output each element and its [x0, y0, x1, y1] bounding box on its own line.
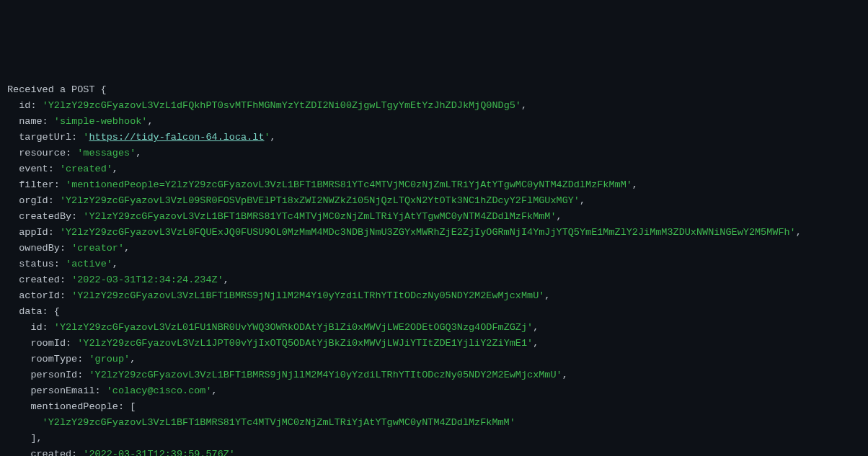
- field-key-mentionedpeople: mentionedPeople: [: [30, 401, 136, 412]
- field-val-roomid: 'Y2lzY29zcGFyazovL3VzL1JPT00vYjIxOTQ5ODA…: [77, 338, 533, 349]
- field-val-name: 'simple-webhook': [54, 116, 148, 127]
- field-val-mentionedpeople-item: 'Y2lzY29zcGFyazovL3VzL1BFT1BMRS81YTc4MTV…: [43, 417, 515, 428]
- field-key-event: event:: [19, 164, 54, 174]
- field-val-data-created: '2022-03-31T12:39:59.576Z': [83, 449, 235, 456]
- field-key-resource: resource:: [19, 148, 71, 158]
- field-key-orgid: orgId:: [19, 195, 54, 206]
- field-val-personemail: 'colacy@cisco.com': [107, 385, 212, 396]
- field-key-id: id:: [19, 100, 36, 111]
- field-key-roomtype: roomType:: [30, 354, 83, 365]
- field-key-createdby: createdBy:: [19, 211, 77, 222]
- log-header: Received a POST {: [7, 84, 107, 95]
- terminal-output: Received a POST { id: 'Y2lzY29zcGFyazovL…: [7, 66, 861, 456]
- target-url-link[interactable]: https://tidy-falcon-64.loca.lt: [89, 132, 264, 143]
- field-close-mentionedpeople: ],: [30, 433, 42, 444]
- field-val-personid: 'Y2lzY29zcGFyazovL3VzL1BFT1BMRS9jNjllM2M…: [89, 370, 562, 380]
- field-key-personid: personId:: [30, 370, 83, 380]
- field-val-appid: 'Y2lzY29zcGFyazovL3VzL0FQUExJQ0FUSU9OL0M…: [60, 227, 796, 238]
- field-val-filter: 'mentionedPeople=Y2lzY29zcGFyazovL3VzL1B…: [66, 179, 632, 190]
- field-key-roomid: roomId:: [30, 338, 71, 349]
- field-val-created: '2022-03-31T12:34:24.234Z': [71, 274, 223, 285]
- field-key-data-created: created:: [30, 449, 77, 456]
- field-val-createdby: 'Y2lzY29zcGFyazovL3VzL1BFT1BMRS81YTc4MTV…: [83, 211, 556, 222]
- field-key-data-id: id:: [30, 322, 48, 333]
- field-val-event: 'created': [60, 164, 112, 174]
- field-key-created: created:: [19, 274, 66, 285]
- field-val-resource: 'messages': [77, 148, 136, 158]
- field-val-roomtype: 'group': [89, 354, 130, 365]
- field-val-data-id: 'Y2lzY29zcGFyazovL3VzL01FU1NBR0UvYWQ3OWR…: [54, 322, 533, 333]
- field-key-ownedby: ownedBy:: [19, 243, 66, 254]
- field-key-filter: filter:: [19, 179, 60, 190]
- field-key-data: data: {: [19, 306, 60, 317]
- field-key-actorid: actorId:: [19, 290, 66, 301]
- field-val-status: 'active': [66, 259, 112, 269]
- field-key-name: name:: [19, 116, 48, 127]
- field-key-targeturl: targetUrl:: [19, 132, 77, 143]
- field-key-appid: appId:: [19, 227, 54, 238]
- field-val-id: 'Y2lzY29zcGFyazovL3VzL1dFQkhPT0svMTFhMGN…: [43, 100, 521, 111]
- quote-close: ': [264, 132, 270, 143]
- field-val-actorid: 'Y2lzY29zcGFyazovL3VzL1BFT1BMRS9jNjllM2M…: [71, 290, 544, 301]
- field-val-ownedby: 'creator': [71, 243, 124, 254]
- field-key-personemail: personEmail:: [30, 385, 100, 396]
- field-key-status: status:: [19, 259, 60, 269]
- field-val-orgid: 'Y2lzY29zcGFyazovL3VzL09SR0FOSVpBVElPTi8…: [60, 195, 580, 206]
